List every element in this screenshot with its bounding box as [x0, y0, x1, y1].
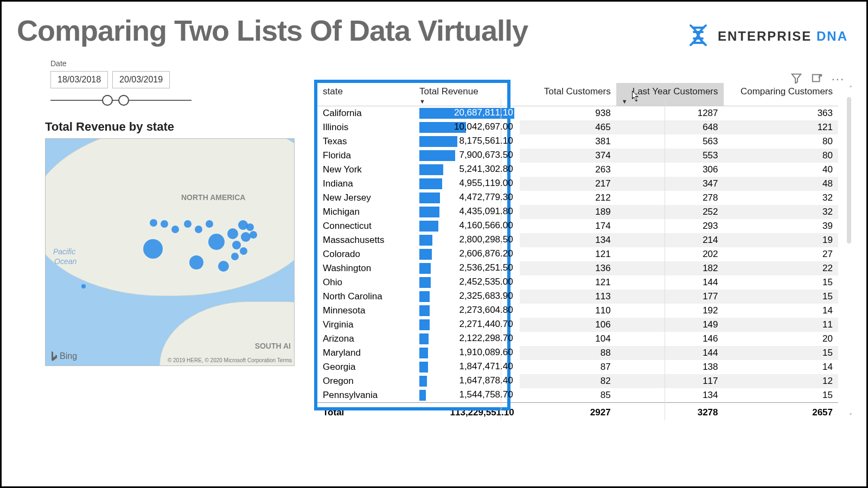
cell-comparing-customers: 80: [724, 134, 839, 149]
date-range-slider[interactable]: [50, 94, 192, 107]
cell-last-year-customers: 347: [616, 177, 724, 191]
scroll-up-icon[interactable]: ˄: [849, 85, 852, 93]
cell-comparing-customers: 80: [724, 149, 839, 163]
date-to-field[interactable]: 20/03/2019: [112, 71, 170, 88]
cell-comparing-customers: 121: [724, 120, 839, 134]
brand-accent: DNA: [816, 29, 848, 43]
cell-total-customers: 938: [520, 106, 616, 121]
date-slicer[interactable]: Date 18/03/2018 20/03/2019: [50, 59, 192, 107]
cell-revenue: 2,273,604.80: [414, 304, 520, 318]
table-row[interactable]: Indiana4,955,119.0021734748: [317, 177, 838, 191]
table-row[interactable]: Minnesota2,273,604.8011019214: [317, 304, 838, 318]
cell-last-year-customers: 252: [616, 205, 724, 219]
cell-state: Oregon: [317, 374, 414, 388]
table-row[interactable]: Texas8,175,561.1038156380: [317, 134, 838, 149]
table-row[interactable]: Ohio2,452,535.0012114415: [317, 275, 838, 290]
table-row[interactable]: Georgia1,847,471.408713814: [317, 360, 838, 374]
cell-revenue: 1,910,089.60: [414, 346, 520, 360]
cell-last-year-customers: 214: [616, 233, 724, 247]
table-row[interactable]: Michigan4,435,091.8018925232: [317, 205, 838, 219]
cell-total-customers: 465: [520, 120, 616, 134]
scrollbar-thumb[interactable]: [847, 97, 851, 243]
cell-state: Colorado: [317, 247, 414, 261]
data-table[interactable]: ˄ ˅ state Total Revenue▼ Total Customers…: [317, 83, 838, 422]
cell-last-year-customers: 182: [616, 261, 724, 275]
table-row[interactable]: Maryland1,910,089.608814415: [317, 346, 838, 360]
cell-comparing-customers: 39: [724, 219, 839, 233]
cell-revenue: 2,606,876.20: [414, 247, 520, 261]
cell-comparing-customers: 14: [724, 360, 839, 374]
mouse-cursor-icon: [632, 91, 641, 102]
cell-revenue: 5,241,302.80: [414, 163, 520, 177]
table-row[interactable]: Virginia2,271,440.7010614911: [317, 318, 838, 332]
cell-revenue: 4,160,566.00: [414, 219, 520, 233]
col-header-state[interactable]: state: [317, 83, 414, 106]
table-row[interactable]: Pennsylvania1,544,758.708513415: [317, 388, 838, 403]
col-header-comparing-customers[interactable]: Comparing Customers: [724, 83, 839, 106]
cell-total-customers: 113: [520, 290, 616, 304]
table-row[interactable]: North Carolina2,325,683.9011317715: [317, 290, 838, 304]
cell-last-year-customers: 553: [616, 149, 724, 163]
cell-last-year-customers: 146: [616, 332, 724, 346]
table-row[interactable]: California20,687,811.109381287363: [317, 106, 838, 121]
table-row[interactable]: Oregon1,647,878.408211712: [317, 374, 838, 388]
cell-total-customers: 121: [520, 275, 616, 290]
cell-state: Massachusetts: [317, 233, 414, 247]
cell-state: Minnesota: [317, 304, 414, 318]
bing-logo: Bing: [50, 351, 77, 361]
slider-handle-to[interactable]: [118, 95, 129, 106]
table-row[interactable]: New Jersey4,472,779.3021227832: [317, 191, 838, 205]
table-row[interactable]: Colorado2,606,876.2012120227: [317, 247, 838, 261]
cell-revenue: 2,122,298.70: [414, 332, 520, 346]
cell-total-customers: 85: [520, 388, 616, 403]
scroll-down-icon[interactable]: ˅: [849, 413, 852, 420]
cell-state: Pennsylvania: [317, 388, 414, 403]
cell-state: Virginia: [317, 318, 414, 332]
cell-state: Ohio: [317, 275, 414, 290]
cell-state: Texas: [317, 134, 414, 149]
cell-total-customers: 134: [520, 233, 616, 247]
brand-logo: ENTERPRISE DNA: [685, 22, 848, 50]
cell-revenue: 1,647,878.40: [414, 374, 520, 388]
cell-total-customers: 104: [520, 332, 616, 346]
cell-total-customers: 87: [520, 360, 616, 374]
table-row[interactable]: Arizona2,122,298.7010414620: [317, 332, 838, 346]
table-row[interactable]: Florida7,900,673.5037455380: [317, 149, 838, 163]
cell-state: Georgia: [317, 360, 414, 374]
cell-comparing-customers: 12: [724, 374, 839, 388]
table-row[interactable]: Massachusetts2,800,298.5013421419: [317, 233, 838, 247]
table-row[interactable]: Washington2,536,251.5013618222: [317, 261, 838, 275]
cell-state: California: [317, 106, 414, 121]
table-row[interactable]: Illinois10,042,697.00465648121: [317, 120, 838, 134]
cell-comparing-customers: 40: [724, 163, 839, 177]
table-row[interactable]: Connecticut4,160,566.0017429339: [317, 219, 838, 233]
cell-state: New York: [317, 163, 414, 177]
cell-revenue: 2,325,683.90: [414, 290, 520, 304]
cell-total-customers: 174: [520, 219, 616, 233]
cell-comparing-customers: 48: [724, 177, 839, 191]
cell-revenue: 2,800,298.50: [414, 233, 520, 247]
cell-revenue: 7,900,673.50: [414, 149, 520, 163]
cell-total-customers: 212: [520, 191, 616, 205]
cell-total-customers: 189: [520, 205, 616, 219]
slider-handle-from[interactable]: [102, 95, 113, 106]
cell-revenue: 2,271,440.70: [414, 318, 520, 332]
cell-total-customers: 217: [520, 177, 616, 191]
cell-revenue: 4,435,091.80: [414, 205, 520, 219]
cell-revenue: 2,452,535.00: [414, 275, 520, 290]
cell-revenue: 10,042,697.00: [414, 120, 520, 134]
cell-total-customers: 110: [520, 304, 616, 318]
table-row[interactable]: New York5,241,302.8026330640: [317, 163, 838, 177]
cell-total-customers: 88: [520, 346, 616, 360]
brand-name: ENTERPRISE: [718, 29, 812, 43]
col-header-revenue[interactable]: Total Revenue▼: [414, 83, 520, 106]
cell-comparing-customers: 22: [724, 261, 839, 275]
cell-comparing-customers: 27: [724, 247, 839, 261]
cell-total-customers: 121: [520, 247, 616, 261]
map-visual[interactable]: NORTH AMERICA SOUTH AI Pacific Ocean: [45, 138, 295, 366]
date-from-field[interactable]: 18/03/2018: [50, 71, 108, 88]
map-label-ocean: Ocean: [54, 257, 76, 266]
cell-revenue: 4,472,779.30: [414, 191, 520, 205]
dna-icon: [685, 22, 711, 50]
col-header-total-customers[interactable]: Total Customers: [520, 83, 616, 106]
